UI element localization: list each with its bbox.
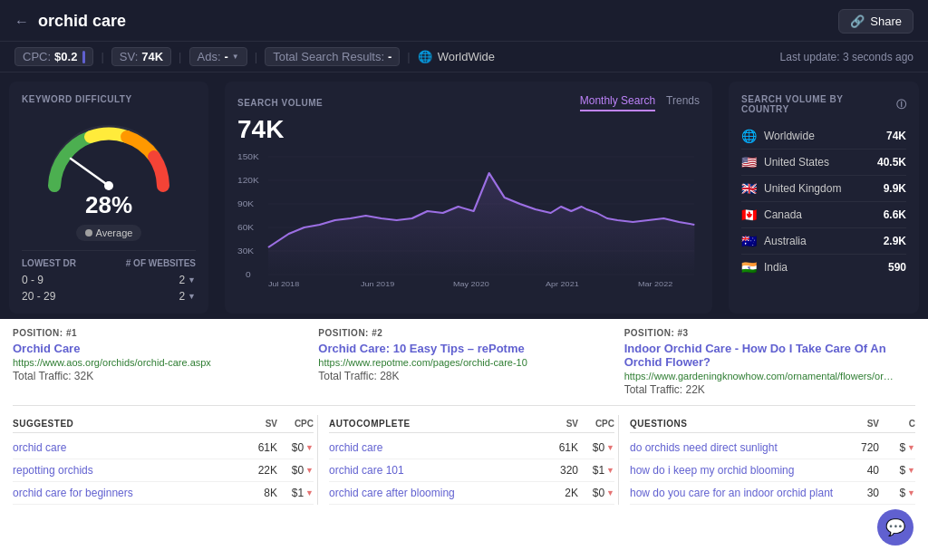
country-left: 🇦🇺 Australia [741, 234, 807, 248]
keyword-sv: 30 [843, 487, 879, 499]
chevron-down-icon: ▼ [232, 53, 239, 61]
share-button[interactable]: 🔗 Share [838, 9, 914, 34]
subheader-metrics: CPC: $0.2 | SV: 74K | Ads: - ▼ | Total S… [14, 47, 495, 66]
country-flag: 🇺🇸 [741, 155, 757, 169]
autocomplete-sv-col: SV [542, 419, 578, 429]
keyword-cpc: $1 ▼ [578, 464, 614, 477]
svg-text:May 2020: May 2020 [453, 280, 489, 288]
keyword-name[interactable]: orchid care for beginners [13, 487, 241, 499]
keyword-cpc: $0 ▼ [277, 464, 314, 477]
keyword-cpc: $0 ▼ [277, 441, 314, 454]
keyword-row: orchid care after blooming 2K $0 ▼ [329, 482, 614, 505]
questions-rows: do orchids need direct sunlight 720 $ ▼ … [630, 437, 915, 505]
country-name: Worldwide [764, 130, 815, 142]
country-row: 🇬🇧 United Kingdom 9.9K [741, 176, 906, 202]
keyword-name[interactable]: orchid care after blooming [329, 487, 542, 499]
chat-bubble[interactable]: 💬 [877, 509, 914, 546]
country-card: SEARCH VOLUME BY COUNTRY ⓘ 🌐 Worldwide 7… [729, 82, 919, 314]
svg-line-0 [71, 159, 109, 186]
country-name: Australia [764, 235, 807, 247]
svg-text:Mar 2022: Mar 2022 [638, 280, 672, 288]
keyword-cpc: $ ▼ [879, 487, 915, 499]
autocomplete-rows: orchid care 61K $0 ▼ orchid care 101 320… [329, 437, 614, 505]
position-3-url[interactable]: https://www.gardeningknowhow.com/ornamen… [624, 371, 896, 381]
tab-trends[interactable]: Trends [666, 94, 700, 111]
svg-text:60K: 60K [237, 223, 255, 232]
keyword-cpc: $1 ▼ [277, 487, 314, 499]
country-name: Canada [764, 208, 802, 221]
keyword-name[interactable]: orchid care [329, 441, 542, 454]
questions-header: QUESTIONS SV C [630, 415, 915, 433]
chevron-down-icon: ▼ [188, 275, 196, 285]
position-2: POSITION: #2 Orchid Care: 10 Easy Tips –… [318, 328, 609, 396]
autocomplete-title: AUTOCOMPLETE [329, 419, 542, 429]
top-panels: KEYWORD DIFFICULTY 28% [0, 72, 928, 319]
country-row: 🇮🇳 India 590 [741, 255, 906, 280]
position-2-traffic: Total Traffic: 28K [318, 370, 609, 382]
country-value: 9.9K [884, 182, 906, 195]
sv-metric: SV: 74K [111, 47, 171, 66]
chat-icon: 💬 [885, 517, 905, 537]
position-1: POSITION: #1 Orchid Care https://www.aos… [13, 328, 304, 396]
keyword-sv: 22K [241, 464, 277, 477]
keyword-name[interactable]: repotting orchids [13, 464, 241, 477]
keyword-name[interactable]: orchid care [13, 441, 241, 454]
back-button[interactable]: ← [14, 14, 29, 30]
subheader: CPC: $0.2 | SV: 74K | Ads: - ▼ | Total S… [0, 42, 928, 72]
country-value: 74K [886, 130, 906, 142]
last-update: Last update: 3 seconds ago [780, 51, 914, 63]
suggested-section: SUGGESTED SV CPC orchid care 61K $0 ▼ re… [13, 415, 314, 505]
link-icon: 🔗 [850, 14, 865, 28]
country-name: India [764, 261, 788, 274]
country-title: SEARCH VOLUME BY COUNTRY ⓘ [741, 94, 906, 114]
country-value: 2.9K [884, 235, 906, 247]
position-3-label: POSITION: #3 [624, 328, 915, 338]
keyword-sv: 2K [542, 487, 578, 499]
country-row: 🌐 Worldwide 74K [741, 123, 906, 150]
keyword-cpc: $0 ▼ [578, 441, 614, 454]
country-name: United States [764, 156, 829, 169]
position-2-url[interactable]: https://www.repotme.com/pages/orchid-car… [318, 357, 609, 368]
suggested-rows: orchid care 61K $0 ▼ repotting orchids 2… [13, 437, 314, 505]
suggested-title: SUGGESTED [13, 419, 241, 429]
keyword-sv: 61K [241, 441, 277, 454]
position-2-title[interactable]: Orchid Care: 10 Easy Tips – rePotme [318, 342, 609, 355]
divider [13, 405, 915, 406]
position-1-title[interactable]: Orchid Care [13, 342, 304, 355]
country-value: 590 [888, 261, 906, 274]
suggested-sv-col: SV [241, 419, 277, 429]
position-1-traffic: Total Traffic: 32K [13, 370, 304, 382]
sv-tabs[interactable]: Monthly Search Trends [580, 94, 700, 111]
search-volume-chart: 150K 120K 90K 60K 30K 0 Jul 2018 Jun 201… [237, 148, 700, 288]
svg-text:Jun 2019: Jun 2019 [361, 280, 394, 288]
position-3-traffic: Total Traffic: 22K [624, 383, 915, 396]
keyword-name[interactable]: how do i keep my orchid blooming [630, 464, 843, 477]
keyword-row: how do i keep my orchid blooming 40 $ ▼ [630, 459, 915, 482]
country-row: 🇺🇸 United States 40.5K [741, 150, 906, 176]
keyword-name[interactable]: do orchids need direct sunlight [630, 441, 843, 454]
ads-metric: Ads: - ▼ [189, 47, 247, 66]
keyword-row: orchid care 61K $0 ▼ [13, 437, 314, 459]
country-row: 🇨🇦 Canada 6.6K [741, 202, 906, 228]
globe-icon: 🌐 [418, 50, 432, 63]
keyword-name[interactable]: how do you care for an indoor orchid pla… [630, 487, 843, 499]
avg-dot [85, 229, 92, 237]
worldwide-button[interactable]: 🌐 WorldWide [418, 50, 495, 63]
position-1-url[interactable]: https://www.aos.org/orchids/orchid-care.… [13, 357, 304, 368]
questions-sv-col: SV [843, 419, 879, 429]
country-rows: 🌐 Worldwide 74K 🇺🇸 United States 40.5K 🇬… [741, 123, 906, 280]
country-name: United Kingdom [764, 182, 841, 195]
keyword-row: orchid care 61K $0 ▼ [329, 437, 614, 459]
autocomplete-header: AUTOCOMPLETE SV CPC [329, 415, 614, 433]
info-icon: ⓘ [896, 98, 907, 111]
keyword-row: how do you care for an indoor orchid pla… [630, 482, 915, 505]
position-3-title[interactable]: Indoor Orchid Care - How Do I Take Care … [624, 342, 915, 369]
keyword-name[interactable]: orchid care 101 [329, 464, 542, 477]
total-results-metric: Total Search Results: - [265, 47, 400, 66]
dr-row: 20 - 29 2 ▼ [22, 288, 196, 304]
position-2-label: POSITION: #2 [318, 328, 609, 338]
tab-monthly-search[interactable]: Monthly Search [580, 94, 655, 111]
keyword-cpc: $ ▼ [879, 441, 915, 454]
main-content: KEYWORD DIFFICULTY 28% [0, 72, 928, 560]
keyword-sv: 320 [542, 464, 578, 477]
